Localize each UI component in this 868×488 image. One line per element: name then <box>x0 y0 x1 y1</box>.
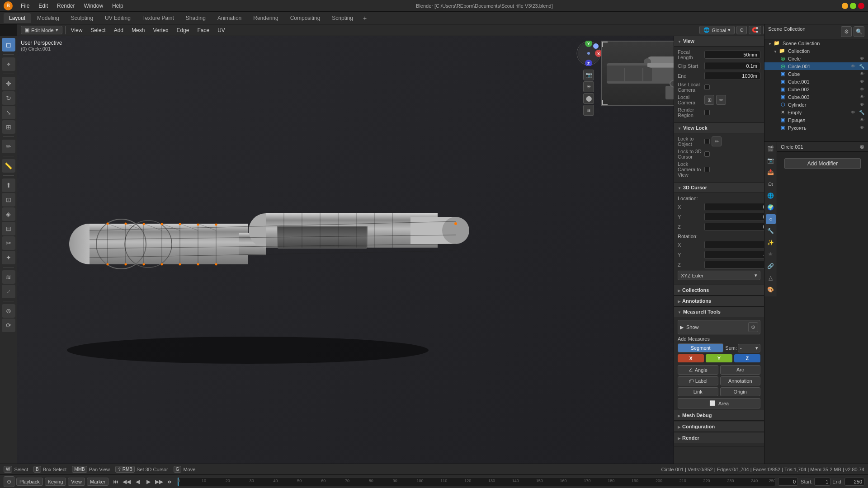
outliner-collection[interactable]: 📁 Collection <box>764 47 868 55</box>
tool-shear[interactable]: ⟋ <box>2 285 15 298</box>
tool-extrude[interactable]: ⬆ <box>2 178 15 192</box>
tab-sculpting[interactable]: Sculpting <box>66 13 99 23</box>
tool-shrink[interactable]: ⊚ <box>2 304 15 318</box>
local-camera-edit[interactable]: ✏ <box>716 95 726 105</box>
show-settings[interactable]: ⚙ <box>748 322 758 332</box>
viewport-menu-select[interactable]: Select <box>88 26 108 34</box>
blender-logo[interactable]: B <box>4 1 13 10</box>
playback-dropdown[interactable]: Playback <box>16 478 43 486</box>
viewport-menu-vertex[interactable]: Vertex <box>150 26 171 34</box>
props-icon-world[interactable]: 🌍 <box>766 202 776 212</box>
outliner-cube[interactable]: ▣ Cube 👁 <box>764 70 868 78</box>
cursor-rx-input[interactable] <box>704 241 764 249</box>
z-button[interactable]: Z <box>734 354 760 362</box>
menu-render[interactable]: Render <box>53 2 78 10</box>
cube001-eye[interactable]: 👁 <box>860 79 864 84</box>
current-frame-input[interactable] <box>778 478 798 486</box>
snap-btn[interactable]: 🧲 <box>749 26 761 34</box>
props-icon-constraints[interactable]: 🔗 <box>766 261 776 271</box>
configuration-header[interactable]: Configuration <box>674 422 764 432</box>
props-icon-output[interactable]: 📤 <box>766 167 776 177</box>
mode-dropdown[interactable]: ▣ Edit Mode ▾ <box>21 26 62 34</box>
x-button[interactable]: X <box>678 354 704 362</box>
tool-transform[interactable]: ⊞ <box>2 120 15 134</box>
arc-button[interactable]: Arc <box>720 365 761 375</box>
circle001-eye[interactable]: 👁 <box>851 64 855 69</box>
annotations-header[interactable]: Annotations <box>674 296 764 306</box>
start-frame-input[interactable] <box>814 478 830 486</box>
viewport-menu-view[interactable]: View <box>68 26 85 34</box>
cube-eye[interactable]: 👁 <box>860 71 864 76</box>
3d-cursor-header[interactable]: 3D Cursor <box>674 183 764 193</box>
nav-gizmo-sphere[interactable]: X Y Z <box>576 41 601 66</box>
render-subsection-header[interactable]: Render <box>674 433 764 443</box>
menu-help[interactable]: Help <box>108 2 127 10</box>
menu-window[interactable]: Window <box>80 2 107 10</box>
view-dropdown[interactable]: View <box>68 478 85 486</box>
transform-dropdown[interactable]: 🌐 Global ▾ <box>699 26 735 34</box>
jump-end-btn[interactable]: ⏭ <box>165 477 175 486</box>
add-modifier-button[interactable]: Add Modifier <box>784 158 861 169</box>
props-icon-material[interactable]: 🎨 <box>766 285 776 295</box>
viewport-menu-edge[interactable]: Edge <box>174 26 192 34</box>
props-icon-object[interactable]: ○ <box>766 214 776 224</box>
outliner-circle[interactable]: ◎ Circle 👁 <box>764 55 868 62</box>
rotation-mode-dropdown[interactable]: XYZ Euler ▾ <box>678 271 760 280</box>
outliner-search-btn[interactable]: 🔍 <box>854 26 864 37</box>
props-icon-render[interactable]: 📷 <box>766 155 776 165</box>
viewport-menu-mesh[interactable]: Mesh <box>129 26 147 34</box>
tool-bevel[interactable]: ◈ <box>2 207 15 221</box>
label-button[interactable]: 🏷 Label <box>678 376 718 385</box>
tool-rotate[interactable]: ↻ <box>2 91 15 105</box>
y-button[interactable]: Y <box>706 354 732 362</box>
tool-select[interactable]: ◻ <box>2 38 15 52</box>
menu-edit[interactable]: Edit <box>35 2 52 10</box>
end-frame-input[interactable] <box>844 478 864 486</box>
measureit-header[interactable]: MeasureIt Tools <box>674 307 764 317</box>
gizmo-overlay-btn[interactable]: ≋ <box>583 105 594 116</box>
local-camera-picker[interactable]: ⊞ <box>704 95 714 105</box>
lock-to-object-icon[interactable]: ✏ <box>712 136 722 146</box>
empty-eye[interactable]: 👁 <box>851 110 855 115</box>
area-button[interactable]: ⬜ Area <box>678 398 760 408</box>
tab-animation[interactable]: Animation <box>212 13 247 23</box>
gizmo-shading-btn[interactable]: ⬤ <box>583 93 594 104</box>
pritsel-eye[interactable]: 👁 <box>860 117 864 122</box>
mesh-debug-header[interactable]: Mesh Debug <box>674 410 764 421</box>
cube003-eye[interactable]: 👁 <box>860 94 864 99</box>
props-icon-scene2[interactable]: 🌐 <box>766 191 776 201</box>
step-back-btn[interactable]: ◀◀ <box>122 477 131 486</box>
cursor-x-input[interactable] <box>704 203 764 211</box>
lock-to-3d-cursor-checkbox[interactable] <box>704 151 710 157</box>
props-icon-physics[interactable]: ⚛ <box>766 249 776 259</box>
cursor-rz-input[interactable] <box>704 261 764 269</box>
tab-uv-editing[interactable]: UV Editing <box>99 13 136 23</box>
keying-dropdown[interactable]: Keying <box>45 478 66 486</box>
view-section-header[interactable]: View <box>674 36 764 47</box>
viewport-menu-add[interactable]: Add <box>111 26 126 34</box>
outliner-cylinder[interactable]: ⬡ Cylinder 👁 <box>764 101 868 108</box>
tool-loop-cut[interactable]: ⊟ <box>2 222 15 235</box>
tool-inset[interactable]: ⊡ <box>2 193 15 206</box>
close-button[interactable] <box>858 3 864 9</box>
tool-knife[interactable]: ✂ <box>2 236 15 250</box>
tool-move[interactable]: ✥ <box>2 77 15 90</box>
cursor-y-input[interactable] <box>704 213 764 221</box>
tool-cursor[interactable]: ⌖ <box>2 57 15 71</box>
props-icon-modifier[interactable]: 🔧 <box>766 226 776 236</box>
viewport-menu-uv[interactable]: UV <box>215 26 228 34</box>
add-workspace-button[interactable]: + <box>359 13 370 23</box>
outliner-scene-collection[interactable]: 📁 Scene Collection <box>764 39 868 47</box>
tool-smooth[interactable]: ≋ <box>2 270 15 284</box>
cursor-ry-input[interactable] <box>704 251 764 259</box>
outliner-circle-001[interactable]: ◎ Circle.001 👁 🔧 <box>764 62 868 70</box>
tab-modeling[interactable]: Modeling <box>32 13 65 23</box>
show-button[interactable]: ▶ Show ⚙ <box>678 320 760 334</box>
sum-dropdown[interactable]: - ▾ <box>738 344 760 352</box>
tool-scale[interactable]: ⤡ <box>2 106 15 119</box>
angle-button[interactable]: ∠ Angle <box>678 365 718 375</box>
props-icon-scene[interactable]: 🎬 <box>766 144 776 154</box>
tab-scripting[interactable]: Scripting <box>326 13 359 23</box>
annotation-button[interactable]: Annotation <box>720 376 761 385</box>
lock-camera-to-view-checkbox[interactable] <box>704 167 710 172</box>
